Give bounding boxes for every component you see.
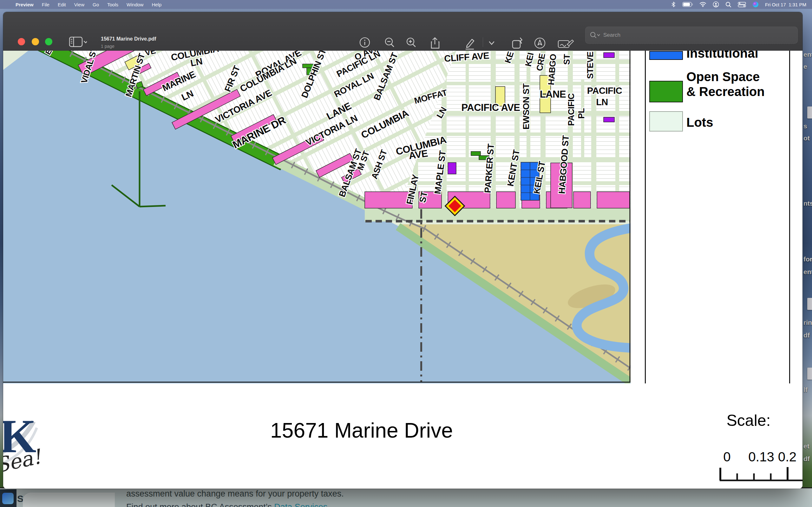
street-label: PL [577, 108, 586, 119]
street-label: EWSON ST [521, 83, 531, 130]
pdf-bottom-band: K Sea! 15671 Marine Drive Scale: 0 0.13 … [3, 383, 803, 489]
legend-label-open-space: Open Space & Recreation [687, 69, 765, 99]
menu-item-file[interactable]: File [38, 2, 54, 7]
menu-item-preview[interactable]: Preview [11, 2, 38, 7]
street-label: LN [596, 97, 608, 107]
legend-label-open-space-line1: Open Space [687, 69, 765, 84]
highlight-pen-button[interactable] [534, 37, 546, 51]
menu-item-go[interactable]: Go [89, 2, 103, 7]
search-icon [590, 32, 601, 39]
street-label: LANE [540, 89, 566, 100]
info-button[interactable] [359, 37, 370, 49]
street-label: PACIFIC AVE [461, 102, 520, 113]
share-button[interactable] [429, 37, 441, 51]
search-input[interactable]: Search [585, 26, 798, 44]
markup-chevron-button[interactable] [487, 41, 496, 48]
bluetooth-icon[interactable] [671, 2, 676, 7]
desktop-icon-label-fragment[interactable]: ent [803, 51, 812, 58]
background-browser-window[interactable]: S assessment value change means for your… [0, 487, 812, 507]
desktop-icon-label-fragment[interactable]: nts [803, 200, 812, 207]
desktop-icon-label-fragment[interactable]: e [803, 63, 807, 70]
fill-sign-button[interactable] [558, 39, 574, 50]
desktop-icon-label-fragment[interactable]: df [803, 331, 810, 339]
spotlight-search-icon[interactable] [725, 2, 731, 8]
siri-icon[interactable] [752, 1, 759, 8]
street-label: STEVE [586, 52, 595, 79]
menu-bar: PreviewFileEditViewGoToolsWindowHelp [0, 0, 812, 9]
scale-label: Scale: [714, 411, 783, 430]
desktop-icon-label-fragment[interactable]: for [803, 256, 812, 263]
legend-label-institutional: Institutional [687, 51, 758, 61]
menu-item-help[interactable]: Help [148, 2, 165, 7]
minimize-button[interactable] [32, 38, 39, 45]
desktop-icon-label-fragment[interactable]: ot [803, 134, 810, 142]
menu-item-edit[interactable]: Edit [54, 2, 70, 7]
street-label: PACIFIC [587, 86, 622, 96]
search-placeholder: Search [603, 32, 620, 38]
battery-icon[interactable] [682, 2, 693, 7]
background-text-line2: Find out more about BC Assessment’s Data… [126, 502, 327, 507]
zoom-in-button[interactable] [405, 37, 417, 49]
background-app-icon[interactable] [2, 493, 14, 504]
desktop-file-icon[interactable] [807, 298, 812, 310]
background-text-line1: assessment value change means for your p… [126, 489, 344, 499]
background-text-line2-prefix: Find out more about BC Assessment’s [126, 502, 274, 507]
document-page-count: 1 page [101, 44, 156, 49]
user-account-icon[interactable] [713, 1, 719, 8]
desktop-icon-label-fragment[interactable]: et [803, 442, 809, 450]
zoom-window-button[interactable] [45, 38, 52, 45]
toolbar-divider [483, 38, 483, 47]
desktop-icon-label-fragment[interactable]: rine [803, 319, 812, 326]
wifi-icon[interactable] [699, 2, 706, 7]
desktop-icon-label-fragment[interactable]: df [803, 455, 810, 463]
window-toolbar: 15671 Marine Drive.pdf 1 page [3, 12, 803, 51]
desktop-icon-label-fragment[interactable]: ents [803, 268, 812, 276]
menu-left: PreviewFileEditViewGoToolsWindowHelp [0, 2, 165, 7]
scale-bar [719, 465, 803, 482]
pdf-content-area: EVIDAL STMARTIN STVECOLUMBIALNMARINELNVI… [3, 51, 803, 489]
desktop-icon-label-fragment[interactable]: lf [803, 386, 808, 394]
city-logo: K Sea! [3, 409, 62, 485]
scale-mark-0: 0 [723, 449, 730, 464]
rotate-button[interactable] [511, 37, 525, 51]
legend-swatch-open-space [649, 81, 683, 102]
legend-panel: Institutional Open Space & Recreation Lo… [645, 51, 790, 385]
data-services-link[interactable]: Data Services [274, 502, 327, 507]
street-label: PACIFIC [566, 94, 576, 126]
sidebar-toggle-button[interactable] [69, 37, 87, 49]
scale-mark-2: 0.2 [778, 449, 797, 464]
preview-window: 15671 Marine Drive.pdf 1 page [3, 12, 803, 489]
legend-label-open-space-line2: & Recreation [687, 84, 765, 99]
legend-label-lots: Lots [687, 115, 713, 130]
close-button[interactable] [18, 38, 25, 45]
pdf-page-title: 15671 Marine Drive [244, 418, 479, 442]
menu-item-view[interactable]: View [70, 2, 89, 7]
zoning-map: EVIDAL STMARTIN STVECOLUMBIALNMARINELNVI… [3, 51, 630, 383]
desktop-file-icon[interactable] [807, 107, 812, 118]
document-title-block: 15671 Marine Drive.pdf 1 page [101, 36, 156, 49]
menu-item-window[interactable]: Window [122, 2, 148, 7]
scale-mark-1: 0.13 [748, 449, 774, 464]
background-partial-text: S [17, 493, 23, 504]
legend-swatch-institutional [649, 51, 683, 60]
legend-swatch-lots [649, 111, 683, 131]
desktop-icon-label-fragment[interactable]: s [803, 122, 807, 130]
document-title: 15671 Marine Drive.pdf [101, 36, 156, 42]
menu-status-area: Fri Oct 17 1:31 PM [671, 1, 812, 8]
control-center-icon[interactable] [738, 2, 746, 7]
menu-clock[interactable]: Fri Oct 17 1:31 PM [765, 2, 806, 7]
street-label: ST [562, 54, 571, 65]
markup-pencil-button[interactable] [462, 37, 476, 51]
background-card [23, 493, 115, 507]
menu-item-tools[interactable]: Tools [103, 2, 122, 7]
desktop-file-icon[interactable] [807, 368, 812, 380]
zoom-out-button[interactable] [384, 37, 395, 49]
